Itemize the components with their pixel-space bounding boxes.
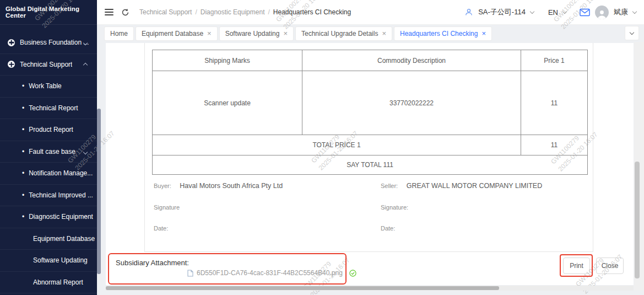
seller-value: GREAT WALL MOTOR COMPANY LIMITED: [407, 182, 543, 190]
bullet-icon: •: [22, 148, 24, 155]
cell-price: 11: [521, 71, 588, 135]
sidebar-item-label: Business Foundation ...: [20, 39, 89, 46]
bullet-icon: •: [22, 213, 24, 221]
ci-checking-panel: Shipping Marks Commodity Description Pri…: [106, 43, 634, 285]
sidebar-item-product-report[interactable]: • Product Report: [0, 119, 97, 141]
sidebar-item-technical-report[interactable]: • Technical Report: [0, 98, 97, 120]
subsidiary-attachment-label: Subsidiary Attachment:: [116, 259, 189, 267]
sidebar-item-label: Fault case base: [29, 148, 75, 155]
cell-commodity-description: 337702022222: [302, 71, 521, 135]
breadcrumb-separator: /: [268, 8, 269, 16]
header-right: SA-子公司-114 EN 斌康: [464, 6, 644, 19]
username[interactable]: 斌康: [614, 7, 628, 17]
chevron-down-icon: [632, 9, 637, 13]
sidebar-menu: Business Foundation ... Technical Suppor…: [0, 32, 97, 293]
bullet-icon: •: [22, 104, 24, 112]
seller-field: Seller: GREAT WALL MOTOR COMPANY LIMITED: [381, 182, 542, 190]
check-circle-icon: [349, 270, 356, 277]
table-say-total-row: SAY TOTAL 111: [153, 155, 588, 175]
sidebar-item-equipment-database[interactable]: Equipment Database: [0, 228, 97, 250]
signature-label: Signature:: [381, 204, 408, 211]
buyer-value: Haval Motors South Africa Pty Ltd: [180, 182, 283, 190]
bullet-icon: •: [22, 126, 24, 133]
user-org-icon: [464, 8, 473, 17]
breadcrumb-current: Headquarters CI Checking: [273, 8, 351, 16]
col-header-price: Price 1: [521, 50, 588, 71]
avatar[interactable]: [595, 6, 609, 19]
date-left: Date:: [154, 224, 175, 232]
col-header-commodity-description: Commodity Description: [302, 50, 521, 71]
chevron-down-icon: [83, 149, 88, 154]
attachment-file-name: 6D550F1D-CA76-4cac-831F-44B2C5564B40.png: [197, 269, 343, 277]
tab-technical-upgrade-details[interactable]: Technical Upgrade Details ×: [296, 27, 392, 40]
sidebar-item-technical-support[interactable]: Technical Support: [0, 54, 97, 76]
close-icon[interactable]: ×: [283, 30, 288, 37]
sidebar-item-abnormal-report[interactable]: Abnormal Report: [0, 272, 97, 294]
sidebar-item-fault-case-base[interactable]: • Fault case base: [0, 141, 97, 163]
file-icon: [187, 270, 193, 277]
close-icon[interactable]: ×: [382, 30, 386, 37]
document-preview: Shipping Marks Commodity Description Pri…: [144, 43, 593, 252]
chevron-up-icon: [83, 62, 88, 67]
sidebar-item-business-foundation[interactable]: Business Foundation ...: [0, 32, 97, 54]
language-select[interactable]: EN: [548, 8, 558, 17]
mail-icon[interactable]: [580, 8, 590, 17]
vertical-scrollbar-thumb[interactable]: [635, 162, 640, 278]
app-window: Global Digital Marketing Center Business…: [0, 0, 644, 295]
tab-software-updating[interactable]: Software Updating ×: [220, 27, 293, 40]
table-row: Scanner update 337702022222 11: [153, 71, 588, 135]
signature-label: Signature: [154, 204, 180, 211]
hamburger-menu-icon[interactable]: [105, 9, 113, 15]
tab-label: Headquarters CI Checking: [400, 30, 478, 37]
col-header-shipping-marks: Shipping Marks: [153, 50, 302, 71]
sidebar-scrollbar-thumb[interactable]: [97, 109, 101, 274]
tab-label: Technical Upgrade Details: [301, 30, 378, 37]
buyer-label: Buyer:: [154, 183, 171, 189]
sidebar-item-label: Product Report: [29, 126, 73, 133]
circle-plus-icon: [8, 39, 15, 46]
top-header: Technical Support / Diagnostic Equipment…: [97, 0, 644, 25]
chevron-down-icon: [562, 9, 567, 13]
tab-equipment-database[interactable]: Equipment Database ×: [136, 27, 217, 40]
bullet-icon: •: [22, 191, 24, 199]
refresh-icon[interactable]: [121, 8, 129, 17]
signature-right: Signature:: [381, 203, 415, 211]
sidebar-item-label: Technical Report: [29, 104, 78, 112]
date-right: Date:: [381, 224, 402, 232]
buyer-field: Buyer: Haval Motors South Africa Pty Ltd: [154, 182, 283, 190]
bullet-icon: •: [22, 82, 24, 90]
tab-headquarters-ci-checking[interactable]: Headquarters CI Checking ×: [394, 27, 491, 40]
tab-home[interactable]: Home: [105, 27, 133, 40]
sidebar: Global Digital Marketing Center Business…: [0, 0, 97, 295]
app-logo: Global Digital Marketing Center: [0, 0, 97, 25]
tab-bar: Home Equipment Database × Software Updat…: [97, 25, 644, 42]
close-icon[interactable]: ×: [481, 30, 486, 37]
signature-left: Signature: [154, 203, 186, 211]
attachment-file-link[interactable]: 6D550F1D-CA76-4cac-831F-44B2C5564B40.png: [187, 269, 356, 277]
breadcrumb-link[interactable]: Technical Support: [139, 8, 192, 16]
tab-list-dropdown[interactable]: [625, 26, 638, 40]
sidebar-item-label: Software Updating: [33, 256, 88, 264]
user-org-select[interactable]: SA-子公司-114: [478, 7, 526, 17]
table-total-row: TOTAL PRICE 1 11: [153, 135, 588, 155]
close-button[interactable]: Close: [596, 258, 624, 274]
sidebar-item-diagnostic-equipment[interactable]: • Diagnostic Equipment: [0, 206, 97, 228]
sidebar-item-work-table[interactable]: • Work Table: [0, 76, 97, 98]
print-button[interactable]: Print: [563, 258, 590, 274]
seller-label: Seller:: [381, 183, 398, 189]
tab-label: Home: [110, 30, 128, 37]
breadcrumb-link[interactable]: Diagnostic Equipment: [201, 8, 265, 16]
sidebar-item-label: Abnormal Report: [33, 278, 83, 286]
breadcrumb: Technical Support / Diagnostic Equipment…: [139, 8, 351, 16]
invoice-table: Shipping Marks Commodity Description Pri…: [152, 50, 588, 175]
date-label: Date:: [381, 225, 395, 232]
sidebar-item-label: Technical Support: [20, 61, 72, 68]
sidebar-item-technical-improved[interactable]: • Technical Improved ...: [0, 185, 97, 207]
sidebar-item-label: Technical Improved ...: [29, 191, 93, 199]
chevron-down-icon: [530, 9, 534, 13]
sidebar-item-software-updating[interactable]: Software Updating: [0, 250, 97, 272]
horizontal-scrollbar-thumb[interactable]: [106, 286, 499, 290]
close-icon[interactable]: ×: [207, 30, 212, 37]
bullet-icon: •: [22, 169, 24, 177]
sidebar-item-notification-management[interactable]: • Notification Manage...: [0, 163, 97, 185]
